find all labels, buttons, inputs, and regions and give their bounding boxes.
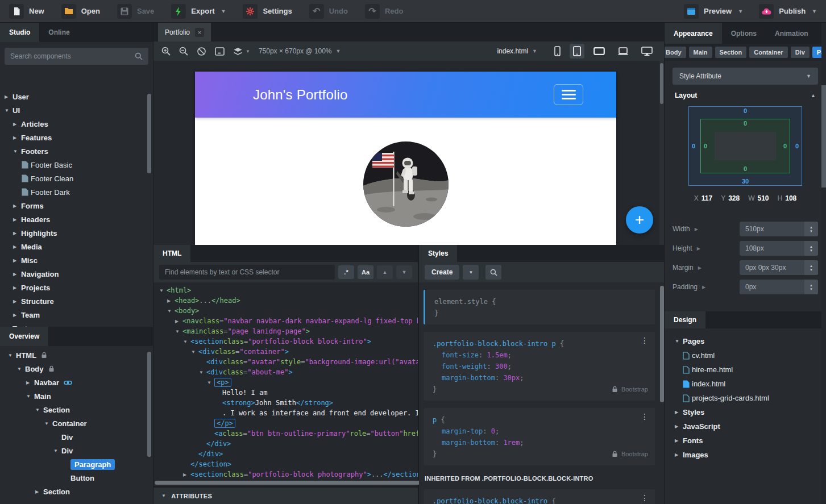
- css-rules-list[interactable]: element.style {}.portfolio-block.block-i…: [422, 282, 656, 504]
- library-item-user[interactable]: ▶User: [0, 90, 153, 103]
- breadcrumb-main[interactable]: Main: [689, 47, 712, 58]
- library-scrollbar[interactable]: [147, 94, 151, 173]
- hamburger-menu-icon[interactable]: [554, 84, 583, 105]
- padding-right-value[interactable]: 0: [783, 143, 787, 149]
- create-style-button[interactable]: Create: [425, 265, 459, 280]
- preview-body[interactable]: [195, 118, 616, 245]
- margin-stepper[interactable]: ▲▼: [804, 260, 818, 275]
- design-item-images[interactable]: ▶Images: [665, 448, 821, 462]
- library-item-footer-clean[interactable]: Footer Clean: [0, 172, 153, 185]
- padding-field-label[interactable]: Padding▶: [673, 283, 740, 291]
- padding-stepper[interactable]: ▲▼: [804, 280, 818, 294]
- library-item-articles[interactable]: ▶Articles: [0, 117, 153, 131]
- disable-zoom-icon[interactable]: [197, 47, 206, 56]
- code-line[interactable]: ▼<body>: [153, 306, 418, 316]
- margin-bottom-value[interactable]: 30: [742, 178, 749, 185]
- regex-toggle-button[interactable]: .*: [338, 265, 354, 279]
- avatar-image[interactable]: [363, 141, 449, 227]
- device-laptop-icon[interactable]: [614, 45, 632, 58]
- zoom-out-icon[interactable]: [179, 47, 188, 56]
- code-line[interactable]: ▶<section class="portfolio-block photogr…: [153, 469, 418, 480]
- design-item-styles[interactable]: ▶Styles: [665, 405, 821, 419]
- design-item-pages[interactable]: ▼Pages: [665, 334, 821, 348]
- layout-section-header[interactable]: Layout ▲: [665, 85, 826, 104]
- close-icon[interactable]: ×: [195, 28, 204, 37]
- attributes-bar[interactable]: ▼ ATTRIBUTES: [153, 486, 418, 504]
- library-item-headers[interactable]: ▶Headers: [0, 213, 153, 226]
- canvas-scrollbar[interactable]: [660, 63, 663, 104]
- fit-screen-icon[interactable]: [215, 47, 225, 56]
- margin-right-value[interactable]: 0: [795, 143, 799, 149]
- tab-appearance[interactable]: Appearance: [665, 23, 722, 44]
- element-style-card[interactable]: element.style {}: [424, 290, 655, 324]
- page-preview[interactable]: John's Portfolio: [195, 72, 616, 245]
- page-select[interactable]: index.html ▼: [497, 47, 537, 55]
- breadcrumb-div[interactable]: Div: [791, 47, 810, 58]
- padding-left-value[interactable]: 0: [704, 143, 707, 149]
- design-item-fonts[interactable]: ▶Fonts: [665, 434, 821, 448]
- style-attribute-select[interactable]: Style Attribute ▼: [673, 68, 818, 85]
- find-next-button[interactable]: ▼: [396, 265, 412, 279]
- code-line[interactable]: <div class="avatar" style="background-im…: [153, 357, 418, 367]
- kebab-menu-icon[interactable]: ⋮: [641, 337, 649, 344]
- publish-button[interactable]: Publish ▼: [759, 4, 817, 19]
- style-search-button[interactable]: [485, 265, 501, 280]
- library-item-projects[interactable]: ▶Projects: [0, 281, 153, 294]
- device-mobile-landscape-icon[interactable]: [590, 45, 608, 57]
- preview-brand[interactable]: John's Portfolio: [253, 87, 348, 103]
- device-phone-icon[interactable]: [551, 44, 564, 59]
- zoom-in-icon[interactable]: [161, 47, 171, 56]
- canvas-dimensions[interactable]: 750px × 670px @ 100% ▼: [259, 47, 341, 55]
- design-canvas[interactable]: John's Portfolio: [153, 61, 664, 245]
- kebab-menu-icon[interactable]: ⋮: [641, 494, 649, 501]
- code-line[interactable]: ▼<div class="container">: [153, 347, 418, 357]
- css-rule-card[interactable]: .portfolio-block.block-intro {text-align…: [424, 489, 655, 504]
- margin-input[interactable]: 0px 0px 30px▲▼: [740, 260, 818, 275]
- width-field-label[interactable]: Width▶: [673, 225, 740, 233]
- overview-item-section[interactable]: ▼Section: [0, 403, 153, 416]
- library-item-highlights[interactable]: ▶Highlights: [0, 226, 153, 240]
- code-line[interactable]: ▼<html>: [153, 285, 418, 295]
- design-item-javascript[interactable]: ▶JavaScript: [665, 419, 821, 434]
- preview-button[interactable]: Preview ▼: [684, 4, 743, 19]
- find-elements-input[interactable]: [159, 265, 335, 280]
- tab-overview[interactable]: Overview: [0, 327, 48, 346]
- margin-left-value[interactable]: 0: [692, 143, 695, 149]
- css-rule-card[interactable]: .portfolio-block.block-intro p {font-siz…: [424, 332, 655, 401]
- library-item-forms[interactable]: ▶Forms: [0, 199, 153, 213]
- overview-item-container[interactable]: ▼Container: [0, 416, 153, 430]
- kebab-menu-icon[interactable]: ⋮: [641, 413, 649, 420]
- tab-html[interactable]: HTML: [153, 245, 190, 262]
- match-case-button[interactable]: Aa: [358, 265, 373, 279]
- code-line[interactable]: <a class="btn btn-outline-primary" role=…: [153, 428, 418, 439]
- design-item-cv-html[interactable]: cv.html: [665, 348, 821, 363]
- code-line[interactable]: Hello! I am: [153, 388, 418, 398]
- tab-options[interactable]: Options: [722, 23, 766, 44]
- code-line[interactable]: ▶<head>...</head>: [153, 295, 418, 306]
- find-previous-button[interactable]: ▲: [377, 265, 393, 279]
- styles-scrollbar[interactable]: [660, 286, 664, 402]
- library-item-footer-basic[interactable]: Footer Basic: [0, 158, 153, 172]
- open-button[interactable]: Open: [61, 4, 100, 19]
- code-line[interactable]: </div>: [153, 449, 418, 459]
- code-line[interactable]: ▼<div class="about-me">: [153, 367, 418, 377]
- css-rule-card[interactable]: p {margin-top: 0;margin-bottom: 1rem;}⋮B…: [424, 408, 655, 465]
- library-item-footers[interactable]: ▼Footers: [0, 144, 153, 158]
- create-style-dropdown[interactable]: ▼: [463, 265, 479, 280]
- settings-button[interactable]: Settings: [243, 4, 292, 19]
- padding-top-value[interactable]: 0: [744, 120, 747, 127]
- tab-animation[interactable]: Animation: [766, 23, 817, 44]
- save-button[interactable]: Save: [117, 4, 154, 19]
- library-item-team[interactable]: ▶Team: [0, 308, 153, 322]
- overview-item-paragraph[interactable]: Paragraph: [0, 457, 153, 471]
- code-line[interactable]: ▼<main class="page lanidng-page">: [153, 326, 418, 336]
- code-line[interactable]: </div>: [153, 439, 418, 449]
- overview-item-div[interactable]: ▼Div: [0, 444, 153, 457]
- html-code-tree[interactable]: ▼<html>▶<head>...</head>▼<body>▶<nav cla…: [153, 282, 418, 480]
- width-stepper[interactable]: ▲▼: [804, 222, 818, 236]
- breadcrumb-section[interactable]: Section: [715, 47, 747, 58]
- tab-design[interactable]: Design: [665, 311, 705, 328]
- code-line[interactable]: ▼<section class="portfolio-block block-i…: [153, 336, 418, 347]
- overview-item-main[interactable]: ▼Main: [0, 389, 153, 403]
- library-item-media[interactable]: ▶Media: [0, 240, 153, 253]
